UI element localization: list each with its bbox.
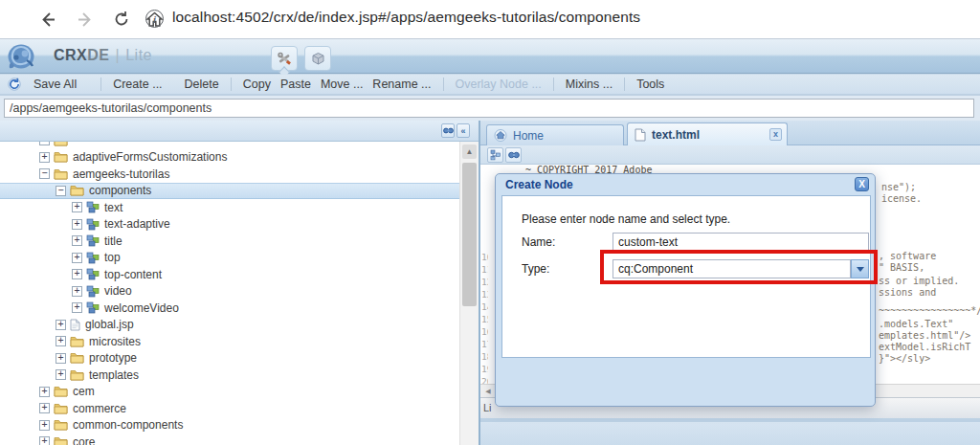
collapse-panel-button[interactable]: « [457, 123, 470, 138]
code-fragment: " BASIS, [879, 262, 924, 273]
expand-toggle-icon[interactable]: + [39, 403, 50, 413]
tree-item[interactable]: + global.jsp [0, 317, 459, 334]
expand-toggle-icon[interactable]: + [56, 320, 66, 330]
tree-item[interactable]: + welcomeVideo [0, 300, 459, 317]
expand-toggle-icon[interactable]: + [72, 269, 82, 279]
tree-item[interactable]: + prototype [0, 350, 459, 367]
toolbar-separator [443, 78, 444, 91]
tab-home[interactable]: Home [486, 124, 624, 145]
code-fragment: ss or implied. [879, 276, 959, 286]
tree: + + adaptiveFormsCustomizations − [0, 142, 459, 445]
toolbar-button[interactable]: Copy [243, 78, 271, 91]
tree-item[interactable]: + templates [0, 367, 459, 384]
folder-icon [54, 142, 68, 146]
tree-item[interactable]: + common-components [0, 417, 459, 434]
toolbar-button[interactable]: Mixins ... [566, 78, 612, 91]
browser-back-icon[interactable] [34, 7, 59, 32]
code-fragment: ~~~~~~~~~~~~~~~~*/- [879, 305, 980, 316]
path-input[interactable] [4, 99, 974, 118]
expand-toggle-icon[interactable]: + [56, 336, 66, 346]
tree-item-label: commerce [73, 402, 126, 415]
tree-item[interactable]: + top [0, 250, 459, 267]
toolbar-button[interactable]: Overlay Node ... [456, 78, 542, 91]
tree-item[interactable]: + top-content [0, 266, 459, 283]
tab-close-icon[interactable]: x [769, 128, 782, 141]
expand-toggle-icon[interactable]: + [56, 353, 66, 364]
expand-toggle-icon[interactable]: + [39, 152, 50, 163]
package-button[interactable] [304, 46, 331, 71]
tree-item[interactable]: + core [0, 434, 459, 445]
refresh-icon[interactable] [7, 77, 22, 92]
toolbar-button[interactable]: Move ... [321, 78, 363, 91]
tree-item[interactable]: + microsites [0, 333, 459, 350]
toolbar-button[interactable]: Save All [33, 78, 89, 91]
tree-item-label: cem [73, 385, 95, 398]
find-button[interactable] [505, 147, 522, 163]
toolbar-button[interactable]: Rename ... [372, 78, 431, 91]
crx-elephant-logo [6, 41, 38, 76]
tree-item-label: title [104, 234, 122, 248]
toolbar-button[interactable]: Tools [636, 78, 677, 91]
tree-item-label: top-content [104, 268, 162, 281]
expand-toggle-icon[interactable]: + [39, 387, 50, 397]
toolbar-separator [231, 78, 232, 91]
browser-forward-icon[interactable] [73, 7, 98, 32]
scrollbar-thumb[interactable] [462, 163, 477, 306]
code-fragment: , software [879, 251, 936, 261]
expand-toggle-icon[interactable]: − [39, 168, 50, 179]
expand-toggle-icon[interactable]: + [39, 420, 50, 431]
scroll-up-icon[interactable]: ▲ [462, 145, 477, 159]
expand-toggle-icon[interactable]: − [56, 186, 66, 196]
node-name-input[interactable] [612, 233, 869, 252]
toolbar-button-label: Tools [636, 78, 664, 91]
tree-item-label: core [73, 435, 95, 445]
dialog-close-icon[interactable]: X [855, 177, 869, 191]
toolbar-button[interactable]: Delete [185, 78, 219, 91]
folder-icon [54, 151, 68, 163]
toolbar-button-label: Rename ... [372, 78, 431, 91]
create-node-dialog: Create Node X Please enter node name and… [495, 173, 876, 407]
tree-item[interactable]: + title [0, 233, 459, 250]
tree-item[interactable]: + cem [0, 384, 459, 401]
tab-text-html[interactable]: text.html x [627, 122, 788, 145]
scroll-left-icon[interactable]: ◀ [482, 387, 494, 396]
expand-toggle-icon[interactable]: + [72, 286, 82, 297]
type-label: Type: [522, 262, 549, 276]
tree-item[interactable]: + text [0, 199, 459, 216]
tree-item[interactable]: + video [0, 283, 459, 300]
toolbar-button[interactable]: Paste [280, 78, 311, 91]
expand-toggle-icon[interactable]: + [39, 142, 50, 145]
tree-item[interactable]: − components [0, 183, 459, 200]
dialog-titlebar[interactable]: Create Node X [496, 174, 875, 195]
bottom-panel [480, 418, 980, 445]
home-icon [494, 129, 507, 142]
show-in-tree-button[interactable] [487, 147, 503, 163]
expand-toggle-icon[interactable]: + [72, 202, 82, 212]
crxde-lite-window: i localhost:4502/crx/de/index.jsp#/apps/… [0, 0, 980, 445]
brand-lite: Lite [125, 47, 152, 63]
search-button[interactable] [441, 123, 455, 138]
address-row [0, 96, 980, 121]
browser-bar: i localhost:4502/crx/de/index.jsp#/apps/… [0, 0, 980, 38]
toolbar-button-label: Paste [280, 78, 311, 91]
url-text[interactable]: localhost:4502/crx/de/index.jsp#/apps/ae… [172, 9, 640, 26]
page-info-icon[interactable]: i [145, 10, 164, 28]
expand-toggle-icon[interactable]: + [39, 436, 50, 445]
component-icon [86, 285, 100, 298]
expand-toggle-icon[interactable]: + [72, 253, 82, 263]
expand-toggle-icon[interactable]: + [72, 235, 82, 246]
tree-item[interactable]: − aemgeeks-tutorilas [0, 166, 459, 183]
code-fragment: ssions and [879, 287, 936, 298]
toolbar-button[interactable]: Create ... [113, 78, 174, 91]
tree-item[interactable]: + commerce [0, 400, 459, 417]
tree-item[interactable]: + text-adaptive [0, 216, 459, 234]
expand-toggle-icon[interactable]: + [72, 219, 82, 230]
tree-scrollbar[interactable]: ▲ [459, 142, 479, 445]
tab-bar: Home text.html x [480, 121, 980, 145]
tree-item[interactable]: + adaptiveFormsCustomizations [0, 149, 459, 167]
expand-toggle-icon[interactable]: + [72, 302, 82, 313]
tree-item-label: top [104, 251, 121, 264]
tree-item[interactable]: + [0, 142, 459, 149]
expand-toggle-icon[interactable]: + [56, 369, 66, 380]
browser-refresh-icon[interactable] [109, 7, 134, 32]
